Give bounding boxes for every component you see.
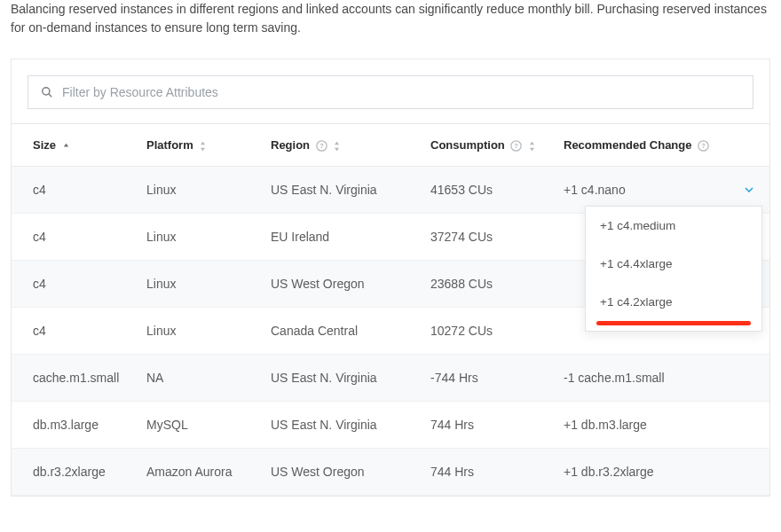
page-description: Balancing reserved instances in differen… — [0, 0, 781, 48]
cell-region: US West Oregon — [260, 449, 420, 496]
table-row[interactable]: db.r3.2xlarge Amazon Aurora US West Oreg… — [12, 449, 769, 496]
cell-region: US West Oregon — [260, 261, 420, 308]
cell-region: US East N. Virginia — [260, 355, 420, 402]
dropdown-item[interactable]: +1 c4.4xlarge — [586, 245, 761, 283]
dropdown-item[interactable]: +1 c4.2xlarge — [586, 283, 761, 321]
col-header-size-label: Size — [33, 138, 56, 152]
table-row[interactable]: c4 Linux US East N. Virginia 41653 CUs +… — [12, 167, 769, 214]
cell-size: cache.m1.small — [12, 355, 136, 402]
caret-down-icon[interactable] — [745, 187, 753, 192]
cell-region: Canada Central — [260, 308, 420, 355]
table-row[interactable]: db.m3.large MySQL US East N. Virginia 74… — [12, 402, 769, 449]
resource-panel: Size Platform Region ? Consumption ? — [11, 59, 770, 497]
cell-consumption: 41653 CUs — [420, 167, 553, 214]
svg-text:?: ? — [515, 142, 519, 150]
help-icon[interactable]: ? — [510, 140, 522, 152]
cell-consumption: 10272 CUs — [420, 308, 553, 355]
recommended-value: +1 c4.nano — [564, 183, 626, 197]
cell-platform: Linux — [136, 308, 260, 355]
col-header-platform[interactable]: Platform — [136, 124, 260, 167]
dropdown-item[interactable]: +1 c4.medium — [586, 207, 761, 245]
cell-consumption: 744 Hrs — [420, 449, 553, 496]
cell-recommended[interactable]: +1 c4.nano +1 c4.medium +1 c4.4xlarge +1… — [553, 167, 769, 214]
cell-consumption: 23688 CUs — [420, 261, 553, 308]
sort-both-icon — [528, 141, 536, 152]
cell-size: c4 — [12, 261, 136, 308]
cell-consumption: 37274 CUs — [420, 214, 553, 261]
filter-input-wrap[interactable] — [28, 75, 753, 109]
cell-consumption: -744 Hrs — [420, 355, 553, 402]
cell-platform: MySQL — [136, 402, 260, 449]
cell-consumption: 744 Hrs — [420, 402, 553, 449]
cell-size: db.m3.large — [12, 402, 136, 449]
sort-asc-icon — [62, 142, 70, 150]
svg-line-1 — [49, 94, 52, 98]
filter-bar — [12, 59, 769, 123]
col-header-region-label: Region — [271, 138, 310, 152]
col-header-recommended[interactable]: Recommended Change ? — [553, 124, 769, 167]
cell-size: c4 — [12, 167, 136, 214]
col-header-platform-label: Platform — [146, 138, 193, 152]
cell-size: c4 — [12, 308, 136, 355]
cell-platform: Amazon Aurora — [136, 449, 260, 496]
svg-point-0 — [43, 88, 50, 95]
cell-size: db.r3.2xlarge — [12, 449, 136, 496]
col-header-consumption-label: Consumption — [430, 138, 505, 152]
help-icon[interactable]: ? — [698, 140, 709, 152]
help-icon[interactable]: ? — [316, 140, 327, 152]
col-header-recommended-label: Recommended Change — [564, 138, 691, 152]
cell-region: US East N. Virginia — [260, 167, 420, 214]
cell-region: US East N. Virginia — [260, 402, 420, 449]
svg-text:?: ? — [320, 142, 324, 150]
col-header-consumption[interactable]: Consumption ? — [420, 124, 553, 167]
table-header-row: Size Platform Region ? Consumption ? — [12, 124, 769, 167]
resource-table: Size Platform Region ? Consumption ? — [12, 123, 769, 496]
cell-recommended: +1 db.r3.2xlarge — [553, 449, 769, 496]
annotation-underline — [596, 321, 751, 325]
search-icon — [41, 86, 53, 98]
cell-recommended: +1 db.m3.large — [553, 402, 769, 449]
svg-text:?: ? — [701, 142, 706, 150]
cell-platform: Linux — [136, 261, 260, 308]
filter-input[interactable] — [62, 85, 740, 99]
sort-both-icon — [199, 141, 207, 152]
col-header-size[interactable]: Size — [12, 124, 136, 167]
cell-platform: Linux — [136, 167, 260, 214]
sort-both-icon — [333, 141, 341, 152]
table-row[interactable]: cache.m1.small NA US East N. Virginia -7… — [12, 355, 769, 402]
cell-platform: Linux — [136, 214, 260, 261]
col-header-region[interactable]: Region ? — [260, 124, 420, 167]
cell-region: EU Ireland — [260, 214, 420, 261]
cell-size: c4 — [12, 214, 136, 261]
recommended-dropdown: +1 c4.medium +1 c4.4xlarge +1 c4.2xlarge — [585, 206, 762, 332]
cell-recommended: -1 cache.m1.small — [553, 355, 769, 402]
cell-platform: NA — [136, 355, 260, 402]
